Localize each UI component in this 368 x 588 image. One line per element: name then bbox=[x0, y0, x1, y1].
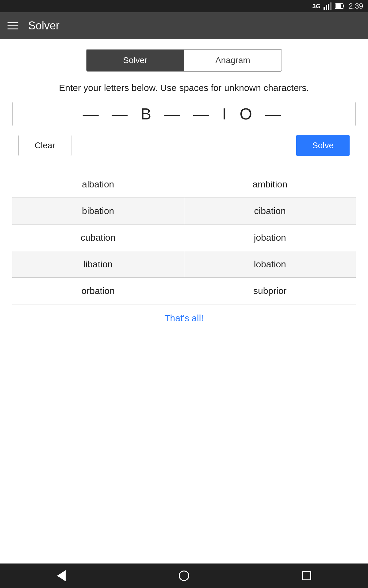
table-row: libationlobation bbox=[12, 251, 356, 278]
result-right: jobation bbox=[184, 224, 356, 251]
network-indicator: 3G bbox=[312, 3, 321, 10]
result-right: lobation bbox=[184, 251, 356, 278]
svg-rect-6 bbox=[336, 4, 341, 8]
result-left: cubation bbox=[12, 224, 184, 251]
recents-button[interactable] bbox=[294, 564, 319, 588]
result-right: ambition bbox=[184, 171, 356, 198]
recents-icon bbox=[302, 571, 311, 580]
result-left: libation bbox=[12, 251, 184, 278]
solve-button[interactable]: Solve bbox=[296, 135, 350, 156]
back-icon bbox=[57, 570, 66, 581]
back-button[interactable] bbox=[49, 564, 74, 588]
result-right: cibation bbox=[184, 198, 356, 224]
svg-rect-0 bbox=[324, 7, 325, 10]
svg-rect-5 bbox=[343, 5, 344, 7]
svg-rect-2 bbox=[328, 4, 329, 10]
tab-switcher: Solver Anagram bbox=[86, 49, 282, 72]
letter-display: — — B — — I O — bbox=[83, 105, 286, 123]
table-row: cubationjobation bbox=[12, 224, 356, 251]
buttons-row: Clear Solve bbox=[12, 135, 356, 156]
result-left: orbation bbox=[12, 278, 184, 304]
table-row: albationambition bbox=[12, 171, 356, 198]
table-row: bibationcibation bbox=[12, 198, 356, 224]
table-row: orbationsubprior bbox=[12, 278, 356, 304]
hamburger-menu-icon[interactable] bbox=[7, 22, 18, 29]
results-table: albationambitionbibationcibationcubation… bbox=[12, 171, 356, 304]
status-bar: 3G 2:39 bbox=[0, 0, 368, 12]
tab-solver[interactable]: Solver bbox=[86, 50, 184, 71]
signal-icon bbox=[324, 2, 332, 10]
toolbar-title: Solver bbox=[28, 19, 59, 32]
svg-rect-3 bbox=[330, 2, 332, 10]
status-icons: 3G 2:39 bbox=[312, 2, 363, 10]
main-content: Solver Anagram Enter your letters below.… bbox=[0, 39, 368, 342]
result-left: albation bbox=[12, 171, 184, 198]
clear-button[interactable]: Clear bbox=[18, 135, 71, 156]
result-right: subprior bbox=[184, 278, 356, 304]
thats-all-text: That's all! bbox=[12, 304, 356, 332]
letter-input-container[interactable]: — — B — — I O — bbox=[12, 102, 356, 126]
toolbar: Solver bbox=[0, 12, 368, 39]
bottom-nav bbox=[0, 564, 368, 588]
result-left: bibation bbox=[12, 198, 184, 224]
battery-icon bbox=[335, 3, 344, 9]
time-display: 2:39 bbox=[349, 2, 363, 10]
home-button[interactable] bbox=[172, 564, 196, 588]
instruction-text: Enter your letters below. Use spaces for… bbox=[12, 83, 356, 93]
tab-anagram[interactable]: Anagram bbox=[184, 50, 282, 71]
home-icon bbox=[179, 571, 189, 581]
svg-rect-1 bbox=[326, 5, 327, 10]
